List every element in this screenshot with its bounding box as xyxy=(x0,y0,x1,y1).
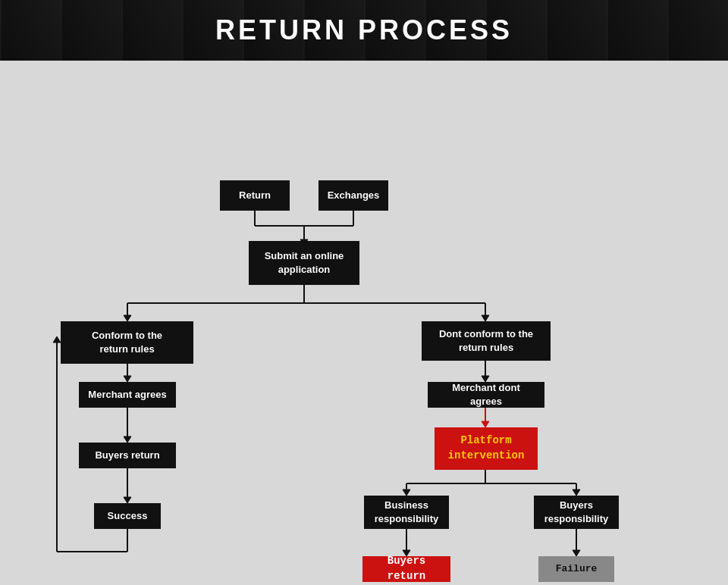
buyers-return-left-box: Buyers return xyxy=(79,443,176,468)
svg-marker-12 xyxy=(124,376,131,382)
buyers-return-red-box: Buyers return xyxy=(362,556,450,582)
svg-marker-24 xyxy=(482,421,489,427)
svg-marker-16 xyxy=(124,497,131,503)
buyers-resp-box: Buyers responsibility xyxy=(534,496,619,529)
page-title: RETURN PROCESS xyxy=(215,14,513,46)
main-area: Return Exchanges Submit an online applic… xyxy=(0,61,728,585)
merchant-dont-agrees-box: Merchant dont agrees xyxy=(428,382,544,408)
platform-intervention-box: Platform intervention xyxy=(435,427,538,470)
svg-marker-20 xyxy=(53,336,61,343)
svg-marker-34 xyxy=(573,550,580,556)
success-box: Success xyxy=(94,503,161,529)
merchant-agrees-box: Merchant agrees xyxy=(79,382,176,408)
svg-marker-28 xyxy=(403,490,410,496)
failure-box: Failure xyxy=(538,556,614,582)
svg-marker-30 xyxy=(573,490,580,496)
dont-conform-box: Dont conform to the return rules xyxy=(422,321,551,361)
submit-box: Submit an online application xyxy=(249,241,359,285)
return-box: Return xyxy=(220,180,290,211)
exchanges-box: Exchanges xyxy=(318,180,388,211)
business-resp-box: Business responsibility xyxy=(364,496,449,529)
svg-marker-10 xyxy=(482,315,489,321)
header: RETURN PROCESS xyxy=(0,0,728,61)
conform-box: Conform to the return rules xyxy=(61,321,193,364)
svg-marker-14 xyxy=(124,436,131,443)
svg-marker-8 xyxy=(124,315,131,321)
